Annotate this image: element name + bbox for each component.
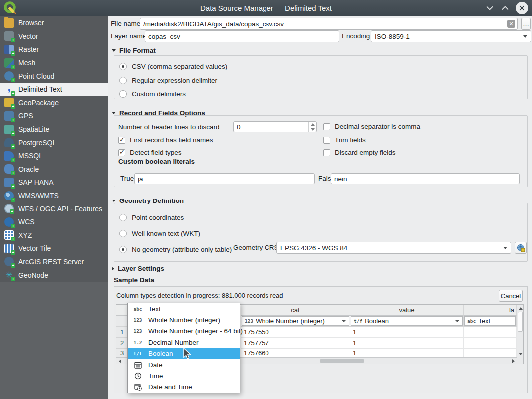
sidebar-item-mssql[interactable]: MSSQL	[0, 149, 108, 163]
text-type-icon: abc	[467, 318, 476, 324]
checkbox-first-record-names[interactable]: First record has field names	[118, 136, 213, 144]
sidebar-item-vector[interactable]: Vector	[0, 30, 108, 43]
radio-regexp-delimiter[interactable]: Regular expression delimiter	[119, 77, 217, 84]
row-number[interactable]: 1	[116, 327, 128, 338]
radio-csv[interactable]: CSV (comma separated values)	[119, 63, 227, 70]
table-cell[interactable]	[464, 338, 517, 349]
sidebar-item-vector-tile[interactable]: Vector Tile	[0, 242, 108, 255]
spin-down-icon[interactable]	[309, 127, 316, 132]
column-header-cat[interactable]: cat	[241, 305, 350, 316]
header-lines-input[interactable]	[234, 122, 316, 132]
checkbox-discard-empty-fields[interactable]: Discard empty fields	[323, 149, 396, 156]
geometry-crs-combo[interactable]: EPSG:4326 - WGS 84	[276, 242, 511, 254]
encoding-combo[interactable]: ISO-8859-1	[371, 30, 531, 42]
sidebar-item-spatialite[interactable]: SpatiaLite	[0, 123, 108, 136]
radio-point-coordinates[interactable]: Point coordinates	[119, 214, 184, 221]
header-lines-label: Number of header lines to discard	[118, 123, 220, 131]
comma-icon: ,	[4, 85, 14, 94]
menu-item-decimal-number[interactable]: 1.2 Decimal Number	[128, 337, 240, 348]
section-title: File Format	[119, 47, 156, 54]
sidebar-item-geonode[interactable]: ✳GeoNode	[0, 268, 108, 282]
sidebar-item-oracle[interactable]: Oracle	[0, 163, 108, 176]
menu-item-text[interactable]: abc Text	[128, 303, 240, 314]
sidebar-item-sap-hana[interactable]: SAP HANA	[0, 176, 108, 189]
sidebar-item-postgresql[interactable]: PostgreSQL	[0, 136, 108, 149]
table-cell[interactable]: 1	[350, 349, 464, 357]
sidebar-item-point-cloud[interactable]: Point Cloud	[0, 69, 108, 83]
sidebar-item-geopackage[interactable]: GeoPackage	[0, 96, 108, 110]
sidebar-item-wfs[interactable]: WFS / OGC API - Features	[0, 202, 108, 215]
mesh-icon	[4, 58, 14, 68]
row-number[interactable]: 2	[116, 338, 128, 349]
sidebar-item-delimited-text[interactable]: ,Delimited Text	[0, 83, 108, 96]
table-cell[interactable]: 1757550	[241, 327, 350, 338]
scroll-up-icon[interactable]	[517, 305, 524, 311]
checkbox-decimal-separator[interactable]: Decimal separator is comma	[323, 123, 420, 130]
false-literal-input[interactable]	[331, 173, 520, 184]
type-combo-label[interactable]: abc Text	[464, 316, 516, 326]
sidebar-item-wms-wmts[interactable]: WMS/WMTS	[0, 189, 108, 202]
calendar-clock-icon	[131, 383, 144, 391]
scroll-left-icon[interactable]	[117, 358, 123, 364]
checkbox-label: Discard empty fields	[335, 149, 396, 156]
vertical-scrollbar[interactable]	[517, 305, 523, 357]
sidebar-item-browser[interactable]: Browser	[0, 16, 108, 30]
sidebar-item-raster[interactable]: Raster	[0, 43, 108, 56]
spin-up-icon[interactable]	[309, 122, 316, 127]
menu-item-label: Date	[148, 361, 163, 369]
cancel-button[interactable]: Cancel	[499, 290, 523, 302]
radio-no-geometry[interactable]: No geometry (attribute only table)	[119, 246, 232, 253]
chevron-down-icon[interactable]	[485, 3, 495, 13]
menu-item-time[interactable]: Time	[128, 370, 240, 381]
type-combo-cat[interactable]: 123 Whole Number (integer)	[242, 316, 349, 326]
menu-item-whole-number[interactable]: 123 Whole Number (integer)	[128, 314, 240, 325]
radio-icon	[119, 90, 127, 98]
select-crs-button[interactable]	[515, 242, 527, 254]
row-number[interactable]: 3	[116, 349, 128, 357]
true-literal-input[interactable]	[134, 173, 315, 184]
radio-wkt[interactable]: Well known text (WKT)	[119, 230, 200, 237]
vertical-scroll-thumb[interactable]	[518, 312, 523, 332]
sidebar-item-label: ArcGIS REST Server	[18, 258, 84, 266]
table-cell[interactable]: 1	[350, 327, 464, 338]
chevron-up-icon[interactable]	[500, 3, 510, 13]
checkbox-trim-fields[interactable]: Trim fields	[323, 136, 366, 144]
radio-label: No geometry (attribute only table)	[132, 246, 232, 253]
sidebar-item-mesh[interactable]: Mesh	[0, 56, 108, 70]
browse-button[interactable]: …	[521, 18, 531, 30]
scroll-right-icon[interactable]	[510, 358, 516, 364]
type-combo-value[interactable]: t/f Boolean	[351, 316, 463, 326]
table-cell[interactable]: 1757757	[241, 338, 350, 349]
table-cell[interactable]	[464, 349, 517, 357]
sidebar-item-wcs[interactable]: WCS	[0, 215, 108, 229]
sidebar-item-label: MSSQL	[18, 152, 43, 160]
checkbox-icon	[118, 149, 125, 156]
layer-settings-header[interactable]: Layer Settings	[112, 265, 164, 272]
sidebar-item-label: Oracle	[18, 165, 39, 173]
gps-icon	[4, 111, 14, 121]
checkbox-detect-field-types[interactable]: Detect field types	[118, 149, 182, 156]
sidebar-item-gps[interactable]: GPS	[0, 109, 108, 123]
sidebar-item-arcgis-rest[interactable]: ArcGIS REST Server	[0, 255, 108, 269]
file-name-input[interactable]	[140, 18, 518, 30]
raster-icon	[4, 45, 14, 54]
sidebar-item-xyz[interactable]: XYZ	[0, 229, 108, 242]
menu-item-whole-number-64[interactable]: 123 Whole Number (integer - 64 bit)	[128, 326, 240, 337]
column-header-value[interactable]: value	[350, 305, 464, 316]
layer-name-input[interactable]	[145, 30, 339, 42]
menu-item-date-and-time[interactable]: Date and Time	[128, 382, 240, 393]
table-cell[interactable]	[464, 327, 517, 338]
table-cell[interactable]: 1	[350, 338, 464, 349]
radio-custom-delimiters[interactable]: Custom delimiters	[119, 90, 186, 98]
horizontal-scroll-thumb[interactable]	[320, 359, 364, 363]
record-fields-frame: Number of header lines to discard Decima…	[114, 115, 528, 187]
collapse-caret-icon	[112, 200, 116, 202]
clear-icon[interactable]: ✕	[507, 20, 515, 28]
column-header-label[interactable]: la	[464, 305, 517, 316]
header-lines-spinbox[interactable]	[233, 121, 317, 132]
file-format-header[interactable]: File Format	[112, 47, 156, 54]
close-button[interactable]	[516, 2, 528, 14]
radio-label: CSV (comma separated values)	[132, 63, 227, 70]
scroll-down-icon[interactable]	[517, 351, 524, 357]
table-cell[interactable]: 1757660	[241, 349, 350, 357]
